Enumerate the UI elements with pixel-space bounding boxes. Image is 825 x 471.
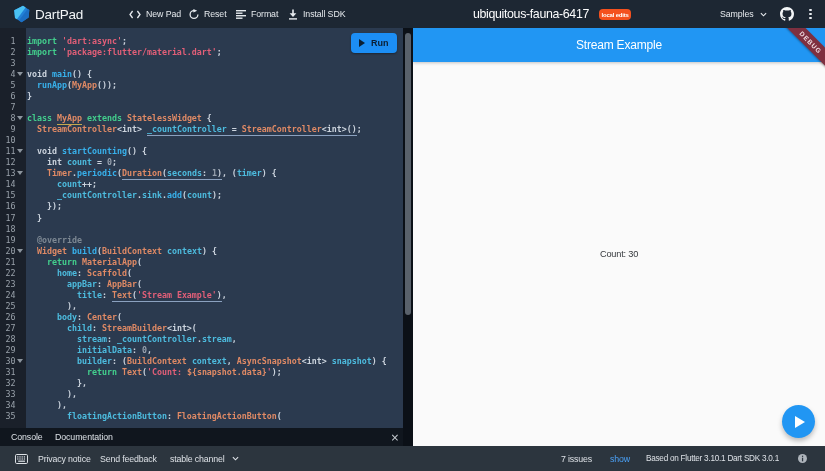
- code-token: class: [27, 113, 52, 123]
- code-line[interactable]: Widget build(BuildContext context) {: [27, 246, 403, 257]
- reset-button[interactable]: Reset: [189, 0, 226, 28]
- fab-play-icon: [795, 416, 805, 428]
- code-line[interactable]: }: [27, 91, 403, 102]
- code-line[interactable]: _countController.sink.add(count);: [27, 190, 403, 201]
- code-line[interactable]: ),: [27, 301, 403, 312]
- fold-arrow-icon[interactable]: [17, 249, 23, 253]
- code-token: [27, 356, 77, 366]
- code-line[interactable]: [27, 102, 403, 113]
- new-pad-button[interactable]: New Pad: [129, 0, 181, 28]
- code-token: );: [212, 190, 222, 200]
- code-line[interactable]: floatingActionButton: FloatingActionButt…: [27, 411, 403, 422]
- code-line[interactable]: body: Center(: [27, 312, 403, 323]
- code-token: home: [57, 268, 77, 278]
- main-area: 1234567891011121314151617181920212223242…: [0, 28, 825, 446]
- code-token: _countController: [117, 334, 197, 344]
- code-line[interactable]: @override: [27, 235, 403, 246]
- code-line[interactable]: stream: _countController.stream,: [27, 334, 403, 345]
- code-line[interactable]: count++;: [27, 179, 403, 190]
- code-line[interactable]: void main() {: [27, 69, 403, 80]
- line-number: 20: [0, 246, 26, 257]
- code-line[interactable]: return MaterialApp(: [27, 257, 403, 268]
- tab-documentation[interactable]: Documentation: [55, 428, 113, 446]
- send-feedback-link[interactable]: Send feedback: [100, 446, 157, 471]
- keyboard-shortcuts-button[interactable]: [15, 446, 28, 471]
- code-line[interactable]: initialData: 0,: [27, 345, 403, 356]
- code-line[interactable]: child: StreamBuilder<int>(: [27, 323, 403, 334]
- code-token: periodic: [77, 168, 117, 178]
- code-line[interactable]: runApp(MyApp());: [27, 80, 403, 91]
- show-issues-link[interactable]: show: [610, 446, 630, 471]
- count-text: Count: 30: [600, 249, 638, 259]
- code-line[interactable]: StreamController<int> _countController =…: [27, 124, 403, 135]
- line-number: 8: [0, 113, 26, 124]
- line-number: 32: [0, 378, 26, 389]
- code-token: Timer: [47, 168, 72, 178]
- editor-scrollbar-thumb[interactable]: [405, 33, 411, 315]
- line-number: 35: [0, 411, 26, 422]
- format-icon: [236, 10, 246, 19]
- code-line[interactable]: ),: [27, 389, 403, 400]
- install-sdk-button[interactable]: Install SDK: [288, 0, 345, 28]
- code-editor[interactable]: 1234567891011121314151617181920212223242…: [0, 28, 403, 428]
- github-icon[interactable]: [780, 7, 794, 21]
- pad-title: ubiquitous-fauna-6417: [473, 7, 589, 21]
- panel-splitter[interactable]: [403, 28, 413, 446]
- fold-arrow-icon[interactable]: [17, 117, 23, 121]
- privacy-notice-link[interactable]: Privacy notice: [38, 446, 91, 471]
- fold-arrow-icon[interactable]: [17, 150, 23, 154]
- code-line[interactable]: [27, 224, 403, 235]
- code-token: stream: [77, 334, 107, 344]
- code-token: [27, 323, 67, 333]
- format-button[interactable]: Format: [236, 0, 278, 28]
- code-line[interactable]: builder: (BuildContext context, AsyncSna…: [27, 356, 403, 367]
- code-token: title: [77, 290, 102, 300]
- code-line[interactable]: },: [27, 378, 403, 389]
- line-number: 14: [0, 179, 26, 190]
- tab-console[interactable]: Console: [11, 428, 43, 446]
- code-line[interactable]: import 'package:flutter/material.dart';: [27, 47, 403, 58]
- chevron-down-icon: [760, 11, 767, 18]
- code-line[interactable]: import 'dart:async';: [27, 36, 403, 47]
- code-line[interactable]: });: [27, 201, 403, 212]
- code-token: [27, 168, 47, 178]
- code-line[interactable]: [27, 135, 403, 146]
- code-line[interactable]: title: Text('Stream Example'),: [27, 290, 403, 301]
- line-number: 28: [0, 334, 26, 345]
- code-token: Text: [112, 290, 132, 302]
- close-icon[interactable]: ×: [388, 430, 402, 444]
- code-line[interactable]: ),: [27, 400, 403, 411]
- dartpad-logo-group[interactable]: DartPad: [13, 0, 83, 28]
- code-token: ,: [232, 334, 237, 344]
- code-token: int: [27, 157, 67, 167]
- code-line[interactable]: void startCounting() {: [27, 146, 403, 157]
- code-token: Scaffold: [87, 268, 127, 278]
- code-line[interactable]: return Text('Count: ${snapshot.data}');: [27, 367, 403, 378]
- code-line[interactable]: Timer.periodic(Duration(seconds: 1), (ti…: [27, 168, 403, 179]
- run-label: Run: [371, 38, 389, 48]
- code-token: startCounting: [62, 146, 127, 156]
- overflow-menu-icon[interactable]: [806, 7, 815, 21]
- issues-count: 7 issues: [561, 446, 592, 471]
- code-token: ;: [112, 157, 117, 167]
- code-line[interactable]: }: [27, 213, 403, 224]
- code-line[interactable]: class MyApp extends StatelessWidget {: [27, 113, 403, 124]
- code-token: (: [277, 411, 282, 421]
- chevron-down-icon: [232, 455, 239, 462]
- code-token: [27, 411, 67, 421]
- fold-arrow-icon[interactable]: [17, 172, 23, 176]
- code-line[interactable]: int count = 0;: [27, 157, 403, 168]
- run-button[interactable]: Run: [351, 33, 397, 53]
- fold-arrow-icon[interactable]: [17, 359, 23, 363]
- code-line[interactable]: appBar: AppBar(: [27, 279, 403, 290]
- channel-selector[interactable]: stable channel: [170, 446, 239, 471]
- code-line[interactable]: home: Scaffold(: [27, 268, 403, 279]
- floating-action-button[interactable]: [782, 405, 815, 438]
- samples-menu[interactable]: Samples: [720, 0, 767, 28]
- fold-arrow-icon[interactable]: [17, 72, 23, 76]
- code-token: <int>: [302, 356, 332, 366]
- code-token: BuildContext: [102, 246, 162, 256]
- info-icon[interactable]: [798, 446, 807, 471]
- code-line[interactable]: [27, 58, 403, 69]
- new-pad-label: New Pad: [146, 9, 181, 19]
